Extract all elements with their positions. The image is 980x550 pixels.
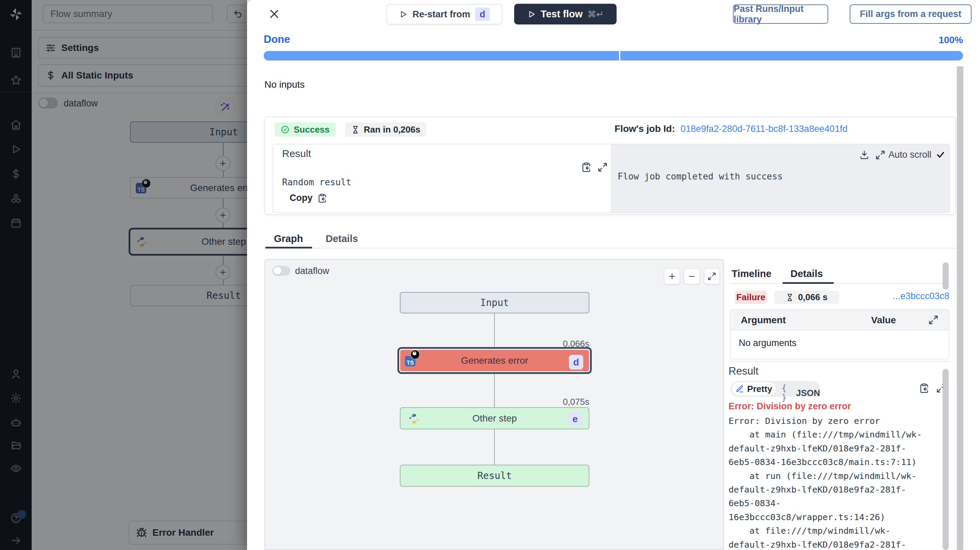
tab-graph-underline bbox=[266, 247, 312, 249]
details-panel-scrollbar[interactable] bbox=[943, 262, 949, 290]
job-id-link[interactable]: 018e9fa2-280d-7611-bc8f-133a8ee401fd bbox=[681, 124, 847, 134]
step-job-link[interactable]: ...e3bccc03c8 bbox=[892, 291, 950, 301]
result-box-scrollbar[interactable] bbox=[943, 369, 949, 550]
braces-icon: { } bbox=[782, 384, 792, 403]
result-pane: Result Random result Copy bbox=[273, 144, 611, 212]
status-done-label: Done bbox=[264, 33, 290, 46]
job-id-label: Flow's job Id: bbox=[614, 124, 675, 134]
expand-result-icon[interactable] bbox=[598, 162, 608, 172]
failure-badge: Failure bbox=[735, 291, 767, 304]
tab-timeline[interactable]: Timeline bbox=[732, 268, 772, 279]
json-toggle-button[interactable]: { } JSON bbox=[782, 384, 820, 403]
modal-scrollbar[interactable] bbox=[957, 66, 963, 550]
graph-node-step1-selected[interactable]: Generates error TS d bbox=[398, 347, 592, 374]
fill-args-button[interactable]: Fill args from a request bbox=[850, 5, 972, 24]
restart-from-label: Re-start from bbox=[412, 9, 470, 20]
log-text: Flow job completed with success bbox=[617, 171, 783, 182]
test-flow-shortcut: ⌘↵ bbox=[587, 9, 604, 19]
details-divider bbox=[729, 361, 950, 362]
fit-view-button[interactable] bbox=[704, 269, 720, 284]
result-view-toggle: Pretty { } JSON bbox=[730, 381, 820, 397]
graph-node-step2[interactable]: Other step e bbox=[400, 407, 589, 430]
graph-panel: dataflow Input 0,066s Generates error TS bbox=[264, 259, 724, 550]
graph-node-input-label: Input bbox=[480, 297, 509, 308]
edge bbox=[494, 430, 495, 465]
download-logs-icon[interactable] bbox=[859, 150, 869, 160]
col-value: Value bbox=[871, 315, 896, 326]
success-label: Success bbox=[294, 124, 330, 135]
progress-percent: 100% bbox=[912, 35, 963, 46]
no-arguments-text: No arguments bbox=[739, 338, 797, 349]
tab-graph[interactable]: Graph bbox=[274, 233, 303, 244]
close-icon[interactable] bbox=[267, 7, 281, 21]
progress-bar-segment-divider bbox=[619, 51, 620, 60]
progress-bar bbox=[264, 51, 963, 60]
no-inputs-text: No inputs bbox=[264, 79, 305, 90]
tab-details[interactable]: Details bbox=[326, 233, 358, 244]
past-runs-button[interactable]: Past Runs/Input library bbox=[733, 5, 828, 24]
copy-label: Copy bbox=[290, 193, 313, 203]
graph-dataflow-label: dataflow bbox=[295, 266, 329, 276]
run-result-card: Success Ran in 0,206s Flow's job Id: 018… bbox=[264, 117, 956, 215]
python-icon bbox=[408, 413, 420, 425]
pretty-label: Pretty bbox=[747, 384, 772, 394]
graph-node-input[interactable]: Input bbox=[400, 292, 589, 314]
copy-step-result-icon[interactable] bbox=[919, 383, 929, 393]
graph-node-result-label: Result bbox=[477, 470, 512, 481]
test-flow-label: Test flow bbox=[541, 8, 583, 20]
restart-from-button[interactable]: Re-start from d bbox=[387, 4, 502, 24]
copy-button[interactable]: Copy bbox=[290, 193, 327, 203]
details-tabbar-border bbox=[730, 283, 950, 284]
fill-args-label: Fill args from a request bbox=[860, 9, 962, 19]
json-label: JSON bbox=[796, 388, 820, 398]
error-title: Error: Division by zero error bbox=[729, 401, 851, 412]
success-badge: Success bbox=[275, 122, 336, 137]
duration-badge: Ran in 0,206s bbox=[345, 122, 426, 137]
args-table-empty-row: No arguments bbox=[730, 330, 950, 359]
col-argument: Argument bbox=[741, 315, 786, 326]
result-value: Random result bbox=[282, 177, 352, 187]
pretty-toggle-button[interactable]: Pretty bbox=[731, 382, 776, 396]
copy-result-icon[interactable] bbox=[581, 162, 592, 172]
step-result-title: Result bbox=[729, 365, 759, 377]
auto-scroll-label[interactable]: Auto scroll bbox=[888, 149, 931, 160]
tabbar-border bbox=[264, 248, 963, 249]
step2-key-badge: e bbox=[568, 412, 582, 426]
tab-step-details-underline bbox=[783, 282, 834, 284]
step2-time: 0,075s bbox=[400, 397, 589, 407]
step-duration-badge: 0,066 s bbox=[774, 291, 839, 304]
graph-dataflow-toggle[interactable] bbox=[272, 266, 290, 276]
deno-icon bbox=[410, 349, 421, 360]
step1-key-badge: d bbox=[569, 355, 583, 369]
graph-node-step2-label: Other step bbox=[472, 413, 517, 424]
graph-node-step1-label: Generates error bbox=[461, 355, 528, 366]
modal-backdrop[interactable] bbox=[0, 0, 247, 550]
args-table-header: Argument Value bbox=[730, 309, 950, 330]
zoom-in-button[interactable] bbox=[664, 269, 680, 284]
tab-step-details[interactable]: Details bbox=[791, 268, 823, 279]
error-stack-trace: Error: Division by zero error at main (f… bbox=[729, 414, 948, 550]
expand-logs-icon[interactable] bbox=[875, 150, 885, 160]
test-flow-modal: Re-start from d Test flow ⌘↵ Past Runs/I… bbox=[247, 0, 980, 550]
duration-label: Ran in 0,206s bbox=[364, 124, 420, 135]
result-title: Result bbox=[282, 148, 311, 159]
auto-scroll-check-icon bbox=[936, 150, 945, 159]
zoom-out-button[interactable] bbox=[684, 269, 700, 284]
expand-args-icon[interactable] bbox=[928, 315, 939, 325]
graph-node-result[interactable]: Result bbox=[400, 465, 589, 487]
restart-key-badge: d bbox=[475, 8, 490, 21]
test-flow-button[interactable]: Test flow ⌘↵ bbox=[514, 4, 617, 24]
past-runs-label: Past Runs/Input library bbox=[733, 4, 827, 25]
run-result-body: Result Random result Copy bbox=[272, 144, 950, 213]
logs-pane: Auto scroll Flow job completed with succ… bbox=[611, 144, 950, 212]
